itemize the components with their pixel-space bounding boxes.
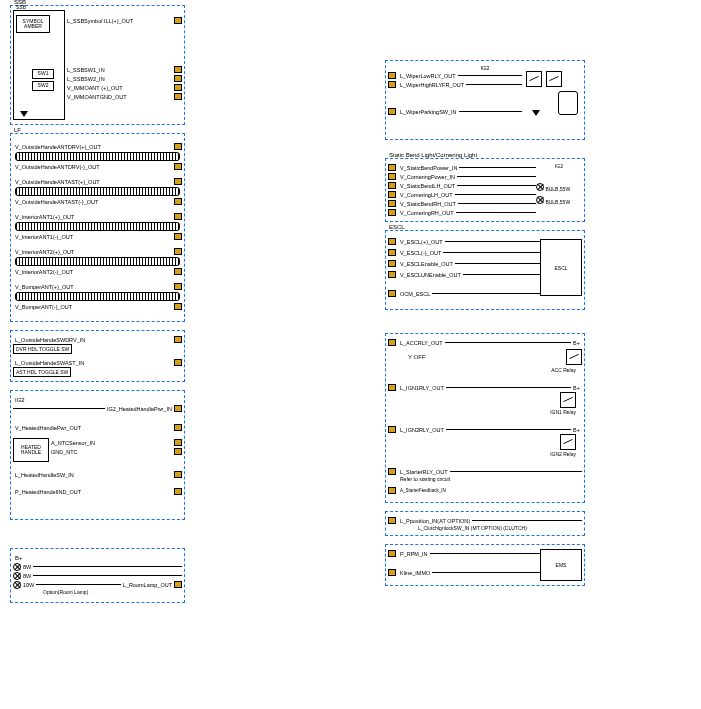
toggle-sig-drv: L_OutsideHandeSWDRV_IN <box>13 337 87 343</box>
ast-toggle-box: AST HDL TOGGLE SW <box>13 367 71 377</box>
ground-icon <box>20 111 28 117</box>
connector-pin <box>388 487 396 494</box>
connector-pin <box>174 471 182 478</box>
connector-pin <box>174 336 182 343</box>
heated-handle-box: HEATED HANDLE <box>13 438 49 462</box>
bulb-icon <box>536 196 544 204</box>
roomlamp-sig: L_RoomLamp_OUT <box>121 582 174 588</box>
sbcl-block: Static Bend Light/Cornering Light V_Stat… <box>385 158 585 222</box>
connector-pin <box>388 191 396 198</box>
yoff-label: Y OFF <box>408 354 426 360</box>
lf-sig: V_OutsideHandeANTAST(-)_OUT <box>13 199 100 205</box>
connector-pin <box>388 72 396 79</box>
connector-pin <box>174 143 182 150</box>
connector-pin <box>388 271 396 278</box>
lf-block: LF V_OutsideHandeANTDRV(+)_OUTV_OutsideH… <box>10 133 185 322</box>
connector-pin <box>174 84 182 91</box>
lf-sig: V_BumperANT(-)_OUT <box>13 304 74 310</box>
lf-sig: V_OutsideHandeANTAST(+)_OUT <box>13 179 102 185</box>
connector-pin <box>174 66 182 73</box>
lf-title: LF <box>13 127 22 133</box>
relay-icon <box>546 71 562 87</box>
escl-sig: V_ESCLEnable_OUT <box>398 261 455 267</box>
connector-pin <box>174 93 182 100</box>
relay-icon <box>566 349 582 365</box>
connector-pin <box>174 303 182 310</box>
connector-pin <box>174 424 182 431</box>
escl-sig: OCM_ESCL <box>398 291 432 297</box>
wiring-diagram: SSB SSB SYMBOL AMBER SW1 SW2 L_SSBSymbol… <box>0 0 701 709</box>
connector-pin <box>388 200 396 207</box>
ground-icon <box>532 110 540 116</box>
toggle-block: L_OutsideHandeSWDRV_IN DVR HDL TOGGLE SW… <box>10 330 185 382</box>
lamp-10w: 10W <box>21 582 36 588</box>
escl-sig: V_ESCL(-)_OUT <box>398 250 443 256</box>
starterrly-sig: L_StarterRLY_OUT <box>398 469 450 475</box>
relay-icon <box>526 71 542 87</box>
lf-sig: V_InteriorANT2(+)_OUT <box>13 249 76 255</box>
ems-block: P_RPM_IN Kline_IMMO EMS <box>385 544 585 586</box>
connector-pin <box>388 260 396 267</box>
connector-pin <box>388 238 396 245</box>
connector-pin <box>174 213 182 220</box>
relays-block: L_ACCRLY_OUTB+ Y OFF ACC Relay L_IGN1RLY… <box>385 333 585 503</box>
wiper-parking-sig: L_WiperParkingSW_IN <box>398 109 459 115</box>
sbcl-bulb-b: BULB,55W <box>545 199 570 205</box>
ssb-sig-ill: L_SSBSymbol ILL(+)_OUT <box>65 18 135 24</box>
escl-block: ESCL V_ESCL(+)_OUTV_ESCL(-)_OUTV_ESCLEna… <box>385 230 585 310</box>
connector-pin <box>388 81 396 88</box>
pposition-sig: L_Pposition_IN(AT OPTION) <box>398 518 472 524</box>
relays-bplus: B+ <box>571 340 582 346</box>
pposition-block: L_Pposition_IN(AT OPTION) L_ClutchIgnloc… <box>385 511 585 536</box>
connector-pin <box>388 290 396 297</box>
heated-ind-sig: P_HeatedHandelIND_OUT <box>13 489 83 495</box>
connector-pin <box>388 384 396 391</box>
connector-pin <box>174 198 182 205</box>
antenna-coil-icon <box>15 257 180 266</box>
bulb-icon <box>13 581 21 589</box>
connector-pin <box>174 359 182 366</box>
antenna-coil-icon <box>15 292 180 301</box>
ssb-sig-sw1: L_SSBSW1_IN <box>65 67 107 73</box>
ntc-sig: A_NTCSensor_IN <box>49 440 97 446</box>
connector-pin <box>174 405 182 412</box>
connector-pin <box>388 569 396 576</box>
right-column: IG2 L_WiperLowRLY_OUT L_WiperHighRLYFR_O… <box>385 5 585 594</box>
heated-block: IG2 IG2_HeatedHandlePwr_IN V_HeatedHandl… <box>10 390 185 520</box>
ssb-block: SSB SSB SYMBOL AMBER SW1 SW2 L_SSBSymbol… <box>10 5 185 125</box>
lf-sig: V_InteriorANT1(+)_OUT <box>13 214 76 220</box>
pposition-sub: L_ClutchIgnlockSW_IN (MT OPTION) (CLUTCH… <box>418 525 582 531</box>
relay-icon <box>560 434 576 450</box>
ems-box: EMS <box>540 549 582 581</box>
connector-pin <box>174 163 182 170</box>
connector-pin <box>174 283 182 290</box>
relays-bplus3: B+ <box>571 427 582 433</box>
heated-sig-pwrout: V_HeatedHandlePwr_OUT <box>13 425 83 431</box>
lf-sig: V_InteriorANT1(-)_OUT <box>13 234 75 240</box>
ign2rly-sig: L_IGN2RLY_OUT <box>398 427 446 433</box>
sbcl-ig2: IG2 <box>536 163 582 169</box>
connector-pin <box>388 426 396 433</box>
starter-note: Refer to starting circuit <box>400 476 582 482</box>
dvr-toggle-box: DVR HDL TOGGLE SW <box>13 344 72 354</box>
rpm-sig: P_RPM_IN <box>398 551 430 557</box>
ssb-sig-sw2: L_SSBSW2_IN <box>65 76 107 82</box>
starter-feedback-sig: A_StarterFeedback_IN <box>398 488 448 493</box>
connector-pin <box>388 209 396 216</box>
connector-pin <box>174 75 182 82</box>
sw1-box: SW1 <box>32 69 54 79</box>
connector-pin <box>388 517 396 524</box>
ssb-sig-immoant: V_IMMOANT (+)_OUT <box>65 85 125 91</box>
sbcl-title: Static Bend Light/Cornering Light <box>388 152 478 158</box>
left-column: SSB SSB SYMBOL AMBER SW1 SW2 L_SSBSymbol… <box>10 5 185 611</box>
escl-sig: V_ESCLUNEnable_OUT <box>398 272 463 278</box>
wiper-high-sig: L_WiperHighRLYFR_OUT <box>398 82 466 88</box>
ign2-relay-name: IGN2 Relay <box>388 451 576 457</box>
antenna-coil-icon <box>15 152 180 161</box>
lf-sig: V_OutsideHandeANTDRV(-)_OUT <box>13 164 102 170</box>
relay-icon <box>560 392 576 408</box>
sbcl-sig: V_CorneringPower_IN <box>398 174 457 180</box>
connector-pin <box>388 164 396 171</box>
connector-pin <box>388 249 396 256</box>
motor-icon <box>558 91 578 115</box>
